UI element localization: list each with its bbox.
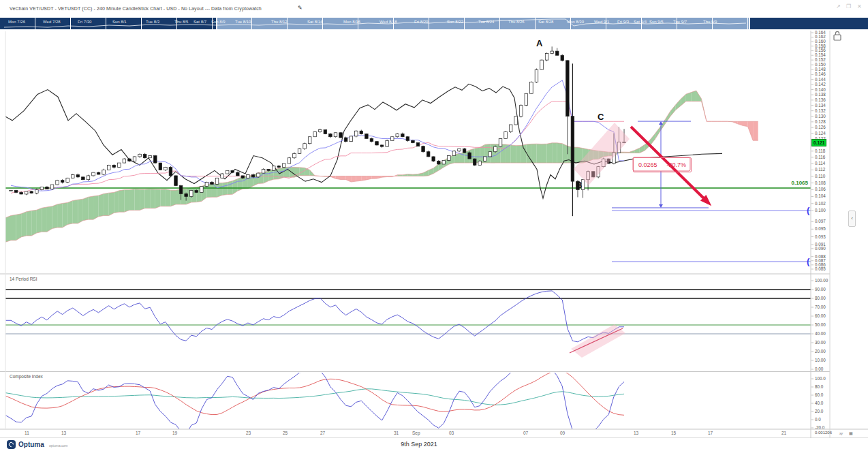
date-navigator[interactable]: Mon 7/26Wed 7/28Fri 7/30Sun 8/1Tue 8/3Th… [0,18,868,29]
title-bar: VeChain VET/USDT - VETUSDT (CC) - 240 Mi… [0,0,868,17]
axis-lock-icon[interactable] [834,31,841,40]
price-axis-tick: 0.128 [815,119,826,124]
navigator-date: Tue 8/24 [478,20,494,24]
price-axis-tick: 0.108 [815,181,826,185]
rsi-axis-tick: 10.00 [815,358,826,362]
date-axis-tick: 17 [136,431,140,435]
navigator-date: Mon 8/16 [343,20,360,24]
price-axis-tick: 0.132 [815,108,826,113]
price-axis-tick: 0.142 [815,82,826,87]
price-axis-tick: 0.124 [815,131,826,136]
price-axis-tick: 0.144 [815,77,826,82]
price-axis-tick: 0.095 [815,226,826,231]
price-axis-tick: 0.102 [815,201,826,206]
brand-name: Optuma [18,441,44,448]
chart-title: VeChain VET/USDT - VETUSDT (CC) - 240 Mi… [10,6,262,11]
composite-axis-tick: 0.0 [815,417,821,422]
price-axis-tick: 0.162 [815,34,826,39]
price-axis-tick: 0.146 [815,72,826,76]
price-axis-tick: 0.097 [815,219,826,223]
target-axis-bracket: ( [807,205,809,215]
price-axis-tick: 0.138 [815,92,826,97]
date-axis: 0.001206 xy ▦ 1113171923252731Sep0307091… [0,429,868,438]
rsi-axis-tick: 100.00 [815,278,828,283]
price-axis-tick: 0.118 [815,149,826,153]
navigator-date: Sun 8/1 [112,20,127,24]
navigator-date: Sat 8/14 [307,20,322,24]
navigator-date: Sat 9/4 [634,20,647,24]
date-axis-tick: 13 [634,431,638,435]
price-axis-tick: 0.160 [815,39,826,44]
composite-pane[interactable] [5,372,811,429]
date-axis-tick: Sep [412,431,420,435]
date-axis-tick: 11 [25,431,29,435]
collapse-panel-button[interactable]: ‹ [848,211,856,227]
support-price-label: 0.1065 [769,180,808,186]
price-axis-tick: 0.100 [815,208,826,213]
navigator-date: Wed 7/28 [43,20,61,24]
measurement-value: 0.0265 [638,161,657,168]
date-axis-tick: 21 [781,431,786,435]
navigator-date: Tue 8/3 [146,20,159,24]
price-axis-tick: 0.126 [815,125,826,129]
measurement-label: 0.0265 -20.7% [633,157,692,172]
composite-axis-tick: 80.0 [815,384,824,389]
rsi-pane[interactable] [5,275,811,371]
price-axis-tick: 0.136 [815,97,826,102]
navigator-date: Wed 9/1 [594,20,609,24]
date-axis-tick: 23 [246,431,251,435]
current-price-tag: 0.121 [811,139,826,146]
optuma-chart-window: VeChain VET/USDT - VETUSDT (CC) - 240 Mi… [0,0,868,451]
footer-bar: Optuma optuma.com 9th Sep 2021 [0,438,868,451]
axis-scale-value: 0.001206 [815,431,832,435]
price-axis-tick: 0.150 [815,62,826,67]
price-axis-tick: 0.112 [815,167,826,172]
price-axis-tick: 0.090 [815,246,826,251]
date-axis-tick: 17 [708,431,713,435]
composite-axis-tick: 100.0 [815,376,826,381]
navigator-date: Sat 8/28 [538,20,553,24]
navigator-date: Mon 8/30 [567,20,584,24]
price-axis-tick: 0.091 [815,242,826,247]
edit-title-icon[interactable]: ✎ [298,5,303,11]
restore-icon[interactable]: ❐ [846,3,851,10]
composite-axis-tick: 20.0 [815,409,824,414]
composite-axis-tick: 60.0 [815,392,824,397]
close-icon[interactable]: ✕ [857,3,862,10]
price-axis-tick: 0.085 [815,266,826,271]
grid-tool-icon[interactable]: ▦ [849,431,853,435]
rsi-axis-tick: 30.00 [815,340,826,345]
date-axis-tick: 03 [449,431,454,435]
navigator-date: Tue 9/7 [673,20,687,24]
rsi-axis-tick: 90.00 [815,287,826,292]
navigator-date: Tue 8/10 [235,20,251,24]
price-axis-tick: 0.154 [815,52,826,57]
navigator-date: Thu 9/9 [703,20,717,24]
composite-axis-tick: 40.0 [815,401,824,405]
range-handle-left[interactable] [216,18,217,29]
xy-scale-badge[interactable]: xy [839,431,843,435]
date-axis-tick: 09 [560,431,565,435]
navigator-range-right[interactable] [749,18,868,29]
rsi-pane-label: 14 Period RSI [10,277,37,281]
range-handle-right[interactable] [749,18,750,29]
rsi-axis-tick: 70.00 [815,305,826,309]
navigator-date: Sun 8/22 [447,20,463,24]
navigator-date: Fri 9/3 [617,20,629,24]
price-axis-tick: 0.134 [815,103,826,108]
brand-site: optuma.com [49,444,68,448]
navigator-date: Sat 8/7 [193,20,206,24]
logo-swoosh [7,441,14,448]
navigator-date: Wed 8/18 [379,20,397,24]
price-axis-tick: 0.104 [815,193,826,198]
price-axis-tick: 0.130 [815,114,826,119]
main-chart-pane[interactable] [5,31,811,274]
price-axis-tick: 0.088 [815,254,826,259]
chart-date: 9th Sep 2021 [382,441,456,448]
price-axis-tick: 0.087 [815,258,826,263]
price-axis-tick: 0.086 [815,262,826,267]
share-icon[interactable]: ↗ [836,3,841,10]
optuma-logo [7,440,16,449]
rsi-axis-tick: 80.00 [815,296,826,300]
rsi-axis-tick: 50.00 [815,322,826,327]
